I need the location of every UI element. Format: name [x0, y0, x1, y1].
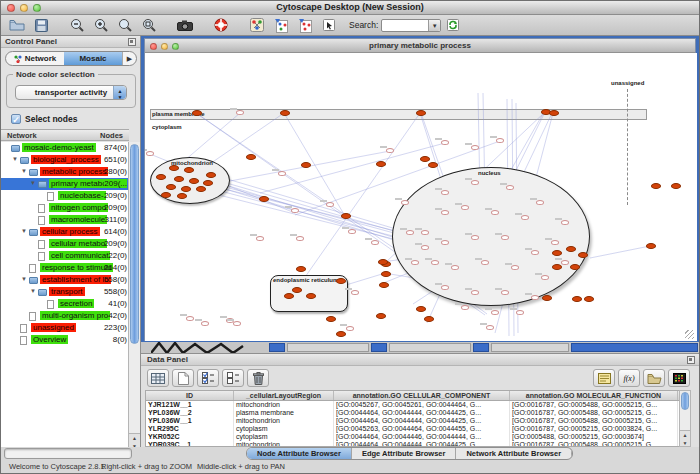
- selected-gene-node[interactable]: [192, 110, 202, 116]
- gene-node[interactable]: [531, 295, 539, 300]
- refresh-search-index-icon[interactable]: [441, 16, 465, 35]
- zoom-in-icon[interactable]: [89, 16, 113, 35]
- tree-row[interactable]: macromolecule311(0): [1, 214, 129, 226]
- gene-node[interactable]: [541, 275, 549, 280]
- annotation-icon[interactable]: [317, 16, 341, 35]
- search-dropdown-arrow-icon[interactable]: ▼: [428, 20, 440, 31]
- tree-row[interactable]: response to stimulu264(0): [1, 262, 129, 274]
- select-nodes-checkbox[interactable]: ✓: [11, 114, 21, 124]
- selected-gene-node[interactable]: [646, 243, 656, 249]
- delete-attribute-trash-icon[interactable]: [247, 369, 269, 387]
- gene-node[interactable]: [441, 285, 449, 290]
- selected-gene-node[interactable]: [572, 296, 582, 302]
- gene-node[interactable]: [521, 215, 529, 220]
- tab-network-attribute-browser[interactable]: Network Attribute Browser: [456, 448, 572, 459]
- gene-node[interactable]: [256, 236, 264, 241]
- table-row[interactable]: YKR052Ccytoplasm[GO:0044464, GO:0044446,…: [146, 433, 680, 441]
- selected-gene-node[interactable]: [336, 278, 346, 284]
- selected-gene-node[interactable]: [181, 186, 191, 192]
- selected-gene-node[interactable]: [301, 162, 311, 168]
- selected-gene-node[interactable]: [651, 183, 661, 189]
- tree-row[interactable]: Overview8(0): [1, 334, 129, 346]
- gene-node[interactable]: [506, 185, 514, 190]
- gene-node[interactable]: [561, 220, 569, 225]
- attribute-table-header[interactable]: ID_cellularLayoutRegionannotation.GO CEL…: [146, 391, 680, 401]
- gene-node[interactable]: [491, 310, 499, 315]
- tree-row-label[interactable]: response to stimulu: [40, 263, 113, 272]
- selected-gene-node[interactable]: [166, 184, 176, 190]
- gene-node[interactable]: [471, 180, 479, 185]
- gene-node[interactable]: [201, 321, 209, 326]
- selected-gene-node[interactable]: [196, 186, 206, 192]
- gene-node[interactable]: [421, 245, 429, 250]
- more-tabs-arrow-icon[interactable]: ▶: [122, 52, 136, 65]
- tree-row-label[interactable]: mosaic-demo-yeast: [22, 143, 96, 152]
- selected-gene-node[interactable]: [416, 110, 426, 116]
- tree-row-label[interactable]: metabolic process: [40, 167, 108, 176]
- selected-gene-node[interactable]: [326, 316, 336, 322]
- selected-gene-node[interactable]: [161, 192, 171, 198]
- table-column-header[interactable]: _cellularLayoutRegion: [234, 391, 334, 400]
- network-canvas[interactable]: plasma membrane cytoplasm mitochondrion …: [145, 53, 697, 341]
- selected-gene-node[interactable]: [341, 213, 351, 219]
- expand-arrow-icon[interactable]: ▼: [30, 288, 36, 294]
- table-column-header[interactable]: annotation.GO CELLULAR_COMPONENT: [334, 391, 510, 400]
- selected-gene-node[interactable]: [296, 266, 306, 272]
- gene-node[interactable]: [371, 240, 379, 245]
- gene-node[interactable]: [233, 321, 241, 326]
- selected-gene-node[interactable]: [284, 293, 294, 299]
- table-row[interactable]: YLR295Ccytoplasm[GO:0045263, GO:0044464,…: [146, 425, 680, 433]
- tree-row-label[interactable]: unassigned: [31, 323, 76, 332]
- tree-row[interactable]: cellular metabo209(0): [1, 238, 129, 250]
- selected-gene-node[interactable]: [306, 293, 316, 299]
- selected-gene-node[interactable]: [379, 282, 389, 288]
- help-lifering-icon[interactable]: [209, 16, 233, 35]
- expand-arrow-icon[interactable]: ▼: [21, 276, 27, 282]
- gene-node[interactable]: [471, 290, 479, 295]
- save-icon[interactable]: [29, 16, 53, 35]
- tree-scrollbar[interactable]: ▲▼: [128, 142, 140, 449]
- table-scrollbar-thumb[interactable]: [681, 392, 689, 410]
- table-row[interactable]: YPL036W__2plasma membrane[GO:0044464, GO…: [146, 409, 680, 417]
- tab-mosaic[interactable]: Mosaic: [64, 52, 122, 65]
- selected-gene-node[interactable]: [416, 306, 426, 312]
- search-input[interactable]: ▼: [381, 19, 441, 32]
- function-builder-icon[interactable]: f(x): [618, 369, 640, 387]
- float-panel-icon[interactable]: [687, 356, 695, 364]
- selected-gene-node[interactable]: [584, 296, 594, 302]
- table-scrollbar[interactable]: ▲▼: [679, 390, 691, 447]
- tree-row[interactable]: ▼cellular process614(0): [1, 226, 129, 238]
- network-window-titlebar[interactable]: primary metabolic process: [145, 39, 695, 53]
- gene-node[interactable]: [441, 210, 449, 215]
- selected-gene-node[interactable]: [174, 176, 184, 182]
- gene-node[interactable]: [278, 171, 286, 176]
- gene-node[interactable]: [461, 205, 469, 210]
- tree-row-label[interactable]: primary metabo: [49, 179, 109, 188]
- tree-row-label[interactable]: nucleobase-: [58, 191, 106, 200]
- gene-node[interactable]: [296, 236, 304, 241]
- selected-gene-node[interactable]: [549, 110, 559, 116]
- gene-node[interactable]: [501, 235, 509, 240]
- selected-gene-node[interactable]: [552, 264, 562, 270]
- selected-gene-node[interactable]: [570, 264, 580, 270]
- select-attributes-icon[interactable]: [197, 369, 219, 387]
- selected-gene-node[interactable]: [424, 316, 434, 322]
- table-scrollbar-arrows-icon[interactable]: ▲▼: [680, 430, 690, 446]
- minimized-window-icon[interactable]: [269, 343, 285, 352]
- tree-row[interactable]: secretion41(0): [1, 298, 129, 310]
- tree-row-label[interactable]: transport: [49, 287, 85, 296]
- gene-node[interactable]: [186, 316, 194, 321]
- selected-gene-node[interactable]: [378, 259, 388, 265]
- tree-row[interactable]: nitrogen compo209(0): [1, 202, 129, 214]
- gene-node[interactable]: [406, 230, 414, 235]
- gene-node[interactable]: [386, 148, 394, 153]
- minimized-window-bar[interactable]: [287, 343, 369, 352]
- unselect-attributes-icon[interactable]: [222, 369, 244, 387]
- selected-gene-node[interactable]: [280, 110, 290, 116]
- import-attributes-folder-icon[interactable]: [643, 369, 665, 387]
- gene-node[interactable]: [516, 310, 524, 315]
- tree-row[interactable]: ▼biological_process651(0): [1, 154, 129, 166]
- table-column-header[interactable]: annotation.GO MOLECULAR_FUNCTION: [510, 391, 678, 400]
- gene-node[interactable]: [481, 260, 489, 265]
- zoom-fit-icon[interactable]: [113, 16, 137, 35]
